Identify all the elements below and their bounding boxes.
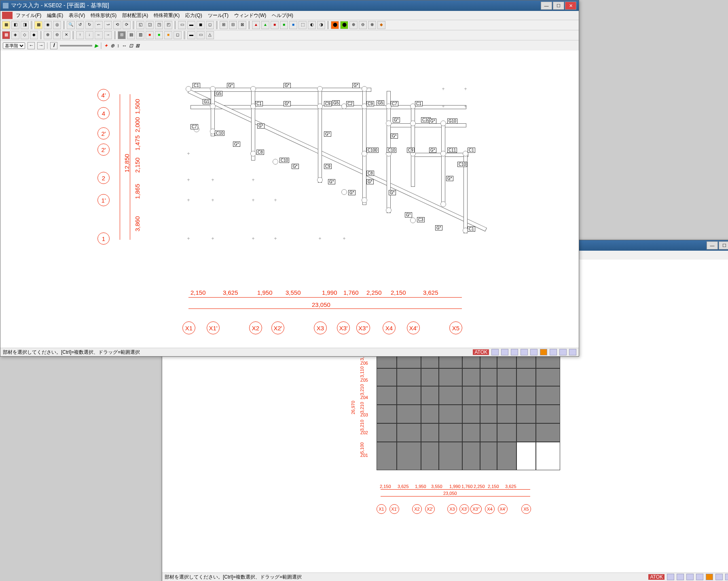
- member-tag[interactable]: G5: [332, 100, 340, 106]
- section-panel[interactable]: [462, 368, 480, 386]
- tool-icon[interactable]: △: [206, 31, 214, 39]
- tool-icon[interactable]: ⊟: [229, 21, 237, 29]
- section-panel[interactable]: [421, 405, 439, 423]
- section-panel[interactable]: [421, 368, 439, 386]
- section-panel[interactable]: [421, 442, 439, 470]
- section-panel[interactable]: [462, 442, 480, 470]
- tool-icon[interactable]: ⊗: [368, 21, 376, 29]
- member-tag[interactable]: G5: [215, 91, 222, 96]
- member-tag[interactable]: C1: [468, 148, 475, 153]
- tool-icon[interactable]: ←: [28, 42, 35, 49]
- section-panel[interactable]: [377, 442, 397, 470]
- member-tag[interactable]: G*: [429, 148, 436, 153]
- section-panel[interactable]: [397, 423, 421, 442]
- member-tag[interactable]: G*: [391, 133, 398, 139]
- section-panel[interactable]: [397, 405, 421, 423]
- tool-icon[interactable]: ↻: [85, 21, 93, 29]
- node[interactable]: [440, 151, 446, 156]
- tool-icon[interactable]: ↕: [117, 43, 119, 49]
- tool-icon[interactable]: ✕: [62, 31, 70, 39]
- node[interactable]: [210, 104, 216, 109]
- tool-icon[interactable]: →: [104, 31, 112, 39]
- member-tag[interactable]: C1: [193, 83, 200, 88]
- node[interactable]: [186, 86, 191, 92]
- tool-icon[interactable]: Ⅰ: [50, 42, 57, 49]
- section-panel[interactable]: [462, 423, 480, 442]
- menu-window[interactable]: ウィンドウ(W): [232, 11, 269, 20]
- maximize-button[interactable]: ☐: [553, 2, 564, 10]
- section-panel[interactable]: [497, 405, 516, 423]
- tool-icon[interactable]: ↺: [76, 21, 84, 29]
- member-tag[interactable]: G*: [233, 142, 240, 147]
- tool-icon[interactable]: ◰: [164, 21, 172, 29]
- member-tag[interactable]: C7: [190, 124, 198, 129]
- tool-icon[interactable]: ⬚: [298, 21, 307, 29]
- tool-icon[interactable]: ⬤: [331, 21, 339, 29]
- drawing-canvas[interactable]: /*placeholder*/ 4' 4 2' 2' 2 1' 1 1,500 …: [0, 51, 579, 348]
- member-tag[interactable]: C10: [279, 158, 289, 163]
- section-panel[interactable]: [516, 386, 536, 405]
- section-panel[interactable]: [439, 386, 462, 405]
- tool-icon[interactable]: ⟳: [123, 21, 131, 29]
- section-panel[interactable]: [377, 368, 397, 386]
- tool-icon[interactable]: ◻: [174, 31, 182, 39]
- menu-load[interactable]: 特殊荷重(K): [151, 11, 182, 20]
- tool-icon[interactable]: ⊞: [220, 21, 228, 29]
- node[interactable]: [362, 86, 367, 92]
- tool-icon[interactable]: ■: [280, 21, 288, 29]
- tool-icon[interactable]: ⟲: [113, 21, 121, 29]
- menu-stress[interactable]: 応力(Q): [183, 11, 204, 20]
- tool-icon[interactable]: ◼: [197, 21, 205, 29]
- node[interactable]: [317, 104, 323, 109]
- section-panel[interactable]: [536, 405, 560, 423]
- section-panel[interactable]: [439, 405, 462, 423]
- member-tag[interactable]: G*: [352, 83, 360, 88]
- close-button[interactable]: ✕: [565, 2, 576, 10]
- status-icon[interactable]: [667, 574, 674, 580]
- status-icon[interactable]: [511, 349, 518, 355]
- tool-icon[interactable]: ▭: [178, 21, 186, 29]
- node[interactable]: [410, 120, 416, 126]
- member-tag[interactable]: C1: [468, 226, 475, 232]
- section-panel[interactable]: [439, 368, 462, 386]
- tool-icon[interactable]: ⊡: [129, 43, 133, 49]
- section-panel[interactable]: [377, 423, 397, 442]
- node[interactable]: [440, 120, 446, 126]
- minimize-button[interactable]: —: [541, 2, 552, 10]
- section-panel[interactable]: [480, 405, 497, 423]
- section-panel[interactable]: [536, 423, 560, 442]
- member-tag[interactable]: G*: [389, 190, 396, 195]
- section-panel[interactable]: [397, 442, 421, 470]
- tool-icon[interactable]: ◉: [44, 21, 52, 29]
- tool-icon[interactable]: ◐: [308, 21, 316, 29]
- tool-icon[interactable]: ◈: [11, 31, 19, 39]
- member-tag[interactable]: C9: [366, 101, 374, 106]
- gear-icon[interactable]: [550, 349, 557, 355]
- section-panel[interactable]: [377, 405, 397, 423]
- menu-tool[interactable]: ツール(T): [205, 11, 231, 20]
- member-tag[interactable]: G10: [447, 118, 457, 124]
- node[interactable]: [317, 177, 323, 183]
- tool-icon[interactable]: ⤻: [104, 21, 112, 29]
- tool-icon[interactable]: ▥: [136, 31, 144, 39]
- section-panel[interactable]: [516, 368, 536, 386]
- help-icon[interactable]: [559, 349, 567, 355]
- status-icon[interactable]: [530, 349, 538, 355]
- tool-icon[interactable]: ■: [289, 21, 297, 29]
- status-icon[interactable]: [521, 349, 528, 355]
- tool-icon[interactable]: ◇: [21, 31, 29, 39]
- tool-icon[interactable]: ⬤: [340, 21, 348, 29]
- tool-icon[interactable]: ■: [155, 31, 163, 39]
- member-tag[interactable]: G*: [324, 131, 331, 137]
- tool-icon[interactable]: ◲: [146, 21, 154, 29]
- tool-icon[interactable]: ▦: [34, 21, 42, 29]
- member-tag[interactable]: C100: [366, 148, 379, 153]
- toolbar-3[interactable]: 基準階 ← → Ⅰ ▶ ✦ ⊕ ↕ ↔ ⊡ ⊠: [0, 40, 579, 51]
- member-tag[interactable]: G5: [377, 100, 384, 106]
- section-panel[interactable]: [480, 442, 497, 470]
- node[interactable]: [273, 159, 278, 165]
- tool-icon[interactable]: ◧: [11, 21, 19, 29]
- titlebar-1[interactable]: マウス入力 - KSE02 - [平面図 - 基準階] — ☐ ✕: [0, 0, 579, 11]
- section-panel[interactable]: [516, 442, 536, 470]
- section-panel[interactable]: [421, 423, 439, 442]
